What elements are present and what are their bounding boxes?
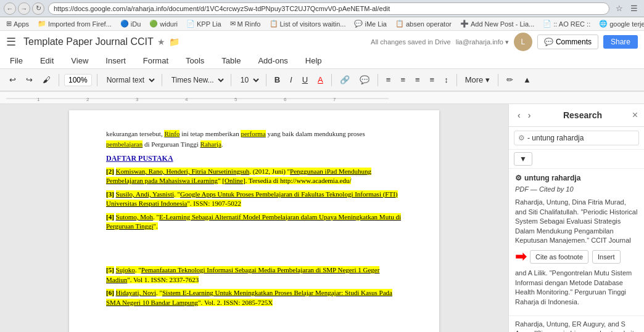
- bold-button[interactable]: B: [271, 73, 283, 86]
- bookmark-imported[interactable]: 📁 Imported from Firef...: [35, 18, 114, 29]
- forward-button[interactable]: →: [18, 2, 30, 15]
- menu-addons[interactable]: Add-ons: [254, 55, 291, 67]
- style-select[interactable]: Normal text: [102, 74, 157, 86]
- menu-help[interactable]: Help: [302, 55, 326, 67]
- redo-button[interactable]: ↪: [23, 73, 36, 86]
- ref-6-text: Hidayati, Novi. "Sistem E-Learning Untuk…: [106, 289, 392, 306]
- address-bar[interactable]: https://docs.google.com/a/raharja.info/d…: [48, 2, 609, 15]
- toolbar-separator-2: [97, 74, 97, 86]
- gdoc-header: ☰ Template Paper Journal CCIT ★ 📁 All ch…: [0, 31, 644, 92]
- svg-text:2: 2: [86, 97, 89, 102]
- research-search-row: ⚙ - untung rahardja: [509, 127, 644, 150]
- title-star-icon[interactable]: ★: [157, 37, 165, 47]
- italic-button[interactable]: I: [287, 73, 295, 86]
- ref-5-num: [5]: [106, 266, 114, 273]
- menu-button[interactable]: ☰: [628, 2, 640, 15]
- more-button[interactable]: More ▾: [462, 73, 493, 86]
- main-area: kekurangan tersebut, Rinfo ini tetap mem…: [0, 104, 644, 332]
- bookmark-ime[interactable]: 💬 iMe Lia: [352, 18, 389, 29]
- search-gear-icon[interactable]: ⚙: [518, 134, 525, 142]
- browser-actions: ☆ ☰: [613, 2, 640, 15]
- ref-2-text: Komiswan, Rano, Henderi, Fitria Nursetin…: [106, 168, 371, 184]
- research-header: ‹ › Research ×: [509, 104, 644, 127]
- research-back-button[interactable]: ‹: [515, 109, 523, 121]
- cite-as-footnote-button[interactable]: Cite as footnote: [530, 250, 588, 264]
- bookmark-rinfo[interactable]: ✉ M Rinfo: [228, 18, 263, 29]
- ref-3-susilo: Susilo, Andi, Yasnisti: [116, 190, 174, 198]
- menu-edit[interactable]: Edit: [36, 55, 57, 67]
- document-area[interactable]: kekurangan tersebut, Rinfo ini tetap mem…: [0, 104, 508, 332]
- line-spacing-button[interactable]: ↕: [441, 73, 452, 86]
- bookmark-widuri[interactable]: 🟢 widuri: [147, 18, 180, 29]
- font-color-button[interactable]: A: [315, 73, 326, 86]
- doc-spacer: [106, 235, 402, 265]
- browser-bar: ← → ↻ https://docs.google.com/a/raharja.…: [0, 0, 644, 17]
- title-folder-icon[interactable]: 📁: [169, 37, 180, 47]
- comments-button[interactable]: 💬 Comments: [537, 34, 598, 49]
- result-text2: and A Lilik. "Pengontrelan Mutu Sistem I…: [515, 269, 638, 307]
- intro-text2: ini tetap memberikan: [180, 130, 241, 137]
- research-dropdown-button[interactable]: ▼: [514, 152, 532, 166]
- menu-file[interactable]: File: [6, 55, 27, 67]
- align-center-button[interactable]: ≡: [397, 73, 408, 86]
- ref-item-3: [3] Susilo, Andi, Yasnisti. "Google Apps…: [106, 190, 402, 209]
- menu-insert[interactable]: Insert: [102, 55, 130, 67]
- pen-button[interactable]: ✏: [503, 73, 516, 86]
- menu-table[interactable]: Table: [218, 55, 244, 67]
- undo-button[interactable]: ↩: [6, 73, 19, 86]
- user-area: lia@raharja.info ▾ L 💬 Comments Share: [456, 33, 638, 51]
- document-title-area: Template Paper Journal CCIT ★ 📁: [23, 36, 366, 47]
- research-panel-content: ⚙ untung rahardja PDF — Cited by 10 Raha…: [509, 169, 644, 332]
- research-close-button[interactable]: ×: [632, 110, 638, 121]
- svg-text:3: 3: [136, 97, 139, 102]
- bookmark-idu[interactable]: 🔵 iDu: [118, 18, 144, 29]
- menu-view[interactable]: View: [67, 55, 92, 67]
- bookmark-visitors[interactable]: 📋 List of visitors waitin...: [267, 18, 349, 29]
- star-button[interactable]: ☆: [613, 2, 625, 15]
- refresh-button[interactable]: ↻: [32, 2, 44, 15]
- paint-button[interactable]: 🖌: [39, 73, 54, 86]
- insert-button[interactable]: Insert: [592, 250, 621, 264]
- link-button[interactable]: 🔗: [337, 73, 353, 86]
- research-forward-button[interactable]: ›: [526, 109, 534, 121]
- align-right-button[interactable]: ≡: [412, 73, 423, 86]
- user-avatar[interactable]: L: [514, 33, 532, 51]
- menu-tools[interactable]: Tools: [182, 55, 208, 67]
- ref-4-num: [4]: [106, 213, 114, 221]
- bookmark-ao[interactable]: 📄 :: AO REC ::: [540, 18, 593, 29]
- bookmark-kpp[interactable]: 📄 KPP Lia: [184, 18, 224, 29]
- bookmark-translate[interactable]: 🌐 google terjemahan: [597, 18, 644, 29]
- menu-format[interactable]: Format: [139, 55, 172, 67]
- gdoc-hamburger-icon[interactable]: ☰: [6, 35, 16, 49]
- research-search-input[interactable]: ⚙ - untung rahardja: [514, 131, 639, 145]
- underline-button[interactable]: U: [299, 73, 311, 86]
- document-page: kekurangan tersebut, Rinfo ini tetap mem…: [69, 110, 439, 332]
- search-text: - untung rahardja: [527, 134, 584, 142]
- intro-text4: di Perguruan Tinggi: [142, 140, 200, 148]
- size-select[interactable]: 10: [236, 74, 261, 86]
- user-email[interactable]: lia@raharja.info ▾: [456, 38, 509, 46]
- bookmark-addpost[interactable]: ➕ Add New Post - Lia...: [458, 18, 537, 29]
- svg-text:7: 7: [333, 97, 336, 102]
- caret-up-button[interactable]: ▲: [520, 73, 534, 86]
- font-select[interactable]: Times New...: [167, 74, 226, 86]
- share-button[interactable]: Share: [603, 35, 638, 49]
- align-justify-button[interactable]: ≡: [427, 73, 438, 86]
- red-arrow-icon: ➡: [515, 249, 526, 265]
- research-nav: ‹ ›: [515, 109, 533, 121]
- document-title[interactable]: Template Paper Journal CCIT: [23, 36, 154, 47]
- zoom-select[interactable]: 100%: [64, 74, 92, 86]
- align-left-button[interactable]: ≡: [383, 73, 394, 86]
- ruler-svg: 1 2 3 4 5 6 7: [6, 92, 389, 103]
- gdoc-menubar: File Edit View Insert Format Tools Table…: [0, 53, 644, 69]
- intro-text3: yang baik dalam mendukung proses: [266, 130, 365, 137]
- bookmark-absen[interactable]: 📋 absen operator: [393, 18, 454, 29]
- back-button[interactable]: ←: [4, 2, 16, 15]
- result-author: ⚙ untung rahardja: [515, 174, 638, 182]
- research-panel: ‹ › Research × ⚙ - untung rahardja ▼ ⚙ u…: [508, 104, 644, 332]
- ref-2-num: [2]: [106, 168, 114, 175]
- bookmark-apps[interactable]: ⊞ Apps: [4, 18, 31, 29]
- toolbar-separator-6: [331, 74, 332, 86]
- ref-3-num: [3]: [106, 190, 114, 198]
- comment-button[interactable]: 💬: [357, 73, 373, 86]
